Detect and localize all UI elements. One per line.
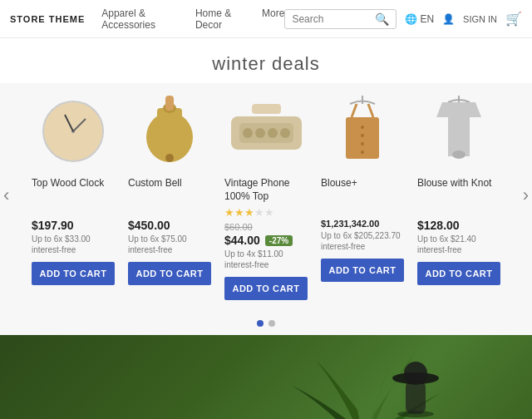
product-image-blouse-plus xyxy=(321,91,404,170)
star-4: ★ xyxy=(254,206,264,219)
svg-point-11 xyxy=(243,128,253,138)
product-card-top-wood-clock: Top Wood Clock $197.90 Up to 6x $33.00 i… xyxy=(25,83,121,312)
price-row-5: $128.00 xyxy=(417,219,500,232)
sign-in-label[interactable]: SIGN IN xyxy=(463,14,497,24)
svg-line-18 xyxy=(368,104,373,117)
price-row-1: $197.90 xyxy=(32,219,115,232)
nav: Apparel & Accessories Home & Decor More xyxy=(101,7,284,31)
star-2: ★ xyxy=(234,206,244,219)
svg-point-20 xyxy=(361,126,364,129)
cart-icon[interactable]: 🛒 xyxy=(505,11,522,27)
clock-svg xyxy=(40,98,106,165)
product-image-top-wood-clock xyxy=(32,91,115,170)
logo: STORE THEME xyxy=(10,14,85,24)
installment-4: Up to 6x $205,223.70 interest-free xyxy=(321,230,404,252)
nav-home-decor[interactable]: Home & Decor xyxy=(195,7,247,31)
svg-point-14 xyxy=(280,128,290,138)
products-row: Top Wood Clock $197.90 Up to 6x $33.00 i… xyxy=(25,83,507,312)
product-name-4: Blouse+ xyxy=(321,177,404,200)
add-to-cart-1[interactable]: ADD TO CART xyxy=(32,262,115,285)
product-name-1: Top Wood Clock xyxy=(32,177,115,200)
dot-2[interactable] xyxy=(268,320,275,327)
section-title: winter deals xyxy=(0,38,532,83)
price-row-4: $1,231,342.00 xyxy=(321,219,404,229)
price-3: $44.00 xyxy=(224,234,260,247)
bottom-section: Clearance Sale xyxy=(0,335,532,419)
header: STORE THEME Apparel & Accessories Home &… xyxy=(0,0,532,38)
nav-more[interactable]: More xyxy=(262,7,284,31)
price-5: $128.00 xyxy=(417,219,460,232)
product-name-3: Vintage Phone 100% Top xyxy=(224,177,308,203)
header-icons: 🌐 EN 👤 SIGN IN 🛒 xyxy=(405,11,522,27)
account-icon[interactable]: 👤 xyxy=(442,13,455,25)
blouse-svg xyxy=(333,94,392,169)
carousel-right-arrow[interactable]: › xyxy=(523,185,529,206)
svg-point-7 xyxy=(165,154,174,162)
product-card-vintage-phone: Vintage Phone 100% Top ★★★★★ $60.00 $44.… xyxy=(218,83,314,312)
add-to-cart-2[interactable]: ADD TO CART xyxy=(128,262,211,285)
installment-3: Up to 4x $11.00 interest-free xyxy=(224,249,308,270)
svg-point-22 xyxy=(361,142,364,145)
svg-rect-15 xyxy=(252,104,281,114)
svg-point-13 xyxy=(268,128,278,138)
add-to-cart-4[interactable]: ADD TO CART xyxy=(321,259,404,282)
bell-svg xyxy=(136,91,203,170)
svg-point-25 xyxy=(452,150,466,159)
search-input[interactable] xyxy=(292,13,375,25)
product-card-blouse-plus: Blouse+ $1,231,342.00 Up to 6x $205,223.… xyxy=(314,83,411,312)
price-row-3: $44.00 -27% xyxy=(224,234,308,247)
product-name-5: Blouse with Knot xyxy=(417,177,500,200)
product-name-2: Custom Bell xyxy=(128,177,211,200)
product-image-custom-bell xyxy=(128,91,211,170)
carousel-left-arrow[interactable]: ‹ xyxy=(3,185,9,206)
nav-apparel[interactable]: Apparel & Accessories xyxy=(101,7,180,31)
installment-1: Up to 6x $33.00 interest-free xyxy=(32,234,115,255)
search-box: 🔍 xyxy=(284,9,397,29)
add-to-cart-3[interactable]: ADD TO CART xyxy=(224,277,308,300)
product-card-custom-bell: Custom Bell $450.00 Up to 6x $75.00 inte… xyxy=(121,83,218,312)
svg-point-23 xyxy=(361,150,364,154)
installment-2: Up to 6x $75.00 interest-free xyxy=(128,234,211,255)
star-1: ★ xyxy=(224,206,234,219)
dot-1[interactable] xyxy=(257,320,264,327)
price-4: $1,231,342.00 xyxy=(321,219,379,229)
add-to-cart-5[interactable]: ADD TO CART xyxy=(417,262,500,285)
price-1: $197.90 xyxy=(32,219,74,232)
svg-point-12 xyxy=(255,128,265,138)
star-3: ★ xyxy=(244,206,254,219)
star-5: ★ xyxy=(264,206,274,219)
price-row-2: $450.00 xyxy=(128,219,211,232)
old-price-3: $60.00 xyxy=(224,222,308,232)
svg-rect-8 xyxy=(165,96,174,111)
carousel-dots xyxy=(0,312,532,335)
stars-3: ★★★★★ xyxy=(224,206,308,219)
product-image-blouse-knot xyxy=(417,91,500,170)
discount-badge-3: -27% xyxy=(265,235,293,246)
phone-svg xyxy=(227,100,306,162)
price-2: $450.00 xyxy=(128,219,170,232)
svg-point-21 xyxy=(361,134,364,137)
tshirt-svg xyxy=(430,94,488,169)
search-button[interactable]: 🔍 xyxy=(375,12,389,26)
carousel-wrapper: ‹ Top Wood Clock $197.90 Up to 6x $33.00… xyxy=(0,83,532,312)
svg-rect-27 xyxy=(406,381,426,414)
svg-line-17 xyxy=(352,104,357,117)
svg-point-29 xyxy=(404,362,427,385)
language-selector[interactable]: 🌐 EN xyxy=(405,13,434,25)
product-image-vintage-phone xyxy=(224,91,308,170)
palm-leaves-svg xyxy=(249,335,482,419)
installment-5: Up to 6x $21.40 interest-free xyxy=(417,234,500,255)
product-card-blouse-knot: Blouse with Knot $128.00 Up to 6x $21.40… xyxy=(411,83,507,312)
